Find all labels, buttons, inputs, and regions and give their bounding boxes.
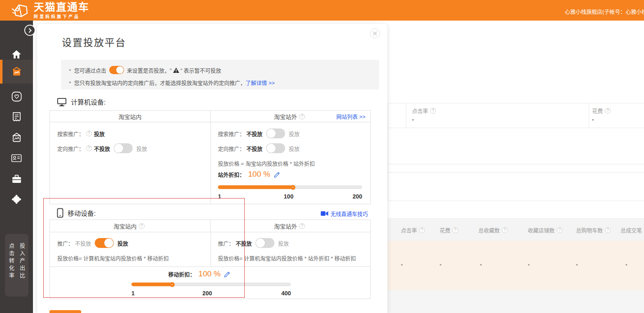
sidebar-item-campaign-active[interactable]: [0, 60, 33, 84]
help-icon[interactable]: ?: [86, 131, 92, 136]
pc-outside-search-toggle[interactable]: [266, 128, 285, 138]
cell-value: -: [480, 262, 482, 268]
train-logo-icon: [11, 3, 30, 19]
mobile-inside-promo-toggle[interactable]: [95, 238, 114, 248]
table-row[interactable]: - - - - - -: [388, 241, 644, 290]
stat-label-text: 花费: [592, 107, 603, 114]
mobile-discount-slider[interactable]: [131, 283, 291, 286]
sidebar-item-contacts[interactable]: [0, 150, 33, 166]
pc-inside-target-toggle[interactable]: [114, 143, 133, 153]
pc-inside-search-row: 搜索推广： ? 投放: [57, 128, 105, 139]
row-label: 推广：: [218, 239, 234, 247]
account-name[interactable]: 心雅小栈旗舰店(子帐号：心雅小栈: [565, 7, 644, 15]
discount-value: 100 %: [199, 269, 221, 278]
wireless-tips-link-text[interactable]: 无线直通车技巧: [330, 210, 368, 217]
toggle-knob[interactable]: [256, 238, 265, 248]
help-icon[interactable]: ?: [299, 223, 305, 229]
sidebar-item-assistant[interactable]: [0, 191, 33, 208]
mobile-placement-table: 淘宝站内 ? 淘宝站外 ? 推广： 不投放 投放 投放价格= 计算机淘宝站内投放…: [49, 220, 371, 299]
discount-label: 移动折扣：: [169, 270, 195, 278]
learn-more-link[interactable]: 了解详情 >>: [246, 79, 275, 86]
state-on: 投放: [289, 145, 300, 152]
pc-outside-discount-row: 站外折扣： 100 %: [218, 169, 281, 180]
sidebar-item-reports[interactable]: [0, 109, 33, 125]
state-on: 投放: [94, 130, 105, 138]
person-icon: [11, 194, 22, 204]
table-header-row: 点击率? 花费? 总收藏数? 收藏店铺数? 总购物车数? 总成交笔?: [388, 218, 644, 241]
video-camera-icon: [321, 211, 328, 216]
pc-outside-target-toggle[interactable]: [266, 143, 285, 153]
slider-mid-label: 200: [202, 290, 212, 297]
sidebar-expand-button[interactable]: [24, 25, 35, 36]
mobile-section-header: 移动设备:: [57, 208, 96, 218]
tip-text: " 表示暂不可投放: [180, 66, 221, 74]
stat-click-rate-value: -: [412, 117, 414, 123]
stat-cost-value: -: [592, 117, 594, 123]
save-button[interactable]: [49, 310, 81, 313]
pc-outside-price-formula: 投放价格 = 淘宝站内投放价格 * 站外折扣: [218, 159, 315, 167]
section-title: 计算机设备:: [71, 97, 105, 107]
metric-click-conversion: 点击转化率: [7, 243, 15, 297]
slider-max-label: 400: [281, 290, 291, 297]
column-header: 总收藏数: [478, 226, 500, 234]
id-card-icon: [11, 154, 22, 162]
column-header: 花费: [440, 226, 450, 234]
mobile-phone-icon: [57, 208, 63, 218]
toggle-knob[interactable]: [114, 144, 123, 153]
help-icon[interactable]: ?: [430, 108, 436, 114]
help-icon[interactable]: ?: [139, 223, 145, 229]
mobile-outside-promo-row: 推广： 不投放 投放: [218, 238, 289, 248]
sidebar-item-tools[interactable]: [0, 171, 33, 187]
tip-text: 您可通过点击: [74, 66, 106, 74]
cell-value: -: [440, 262, 441, 268]
discount-label: 站外折扣：: [218, 171, 245, 178]
site-list-link[interactable]: 网站列表 >>: [336, 112, 365, 120]
help-icon[interactable]: ?: [419, 227, 425, 233]
column-title: 淘宝站外: [274, 222, 297, 230]
wireless-tips-link[interactable]: 无线直通车技巧: [321, 210, 368, 217]
computer-section-header: 计算机设备:: [57, 97, 105, 107]
slider-knob[interactable]: [290, 185, 295, 190]
home-icon: [12, 50, 21, 59]
bullet-icon: [69, 69, 71, 71]
mobile-inside-price-formula: 投放价格= 计算机淘宝站内投放价格 * 移动折扣: [57, 254, 169, 262]
sidebar-item-creative[interactable]: [0, 129, 33, 146]
heart-badge-icon: [12, 91, 22, 102]
app-title: 天猫直通车: [34, 2, 89, 13]
mobile-outside-price-formula: 投放价格= 计算机淘宝站内投放价格 * 站外折扣 * 移动折扣: [218, 254, 356, 262]
cell-value: -: [576, 262, 578, 268]
toggle-knob[interactable]: [267, 144, 276, 153]
cell-value: -: [401, 262, 403, 268]
outside-discount-slider[interactable]: [218, 185, 362, 189]
slider-knob[interactable]: [170, 282, 175, 287]
sidebar-item-favorites[interactable]: [0, 88, 33, 105]
tip-text: 您只有投放淘宝站内的定向推广后，才能选择投放淘宝站外的定向推广，: [74, 79, 246, 86]
edit-pencil-icon[interactable]: [274, 171, 281, 178]
toggle-knob[interactable]: [267, 129, 276, 138]
sidebar-metrics-panel[interactable]: 点击转化率 投入产出比: [5, 234, 28, 297]
metric-roi: 投入产出比: [18, 243, 26, 297]
close-icon[interactable]: [370, 28, 380, 38]
discount-value: 100 %: [248, 170, 270, 179]
help-icon[interactable]: ?: [299, 114, 305, 119]
edit-pencil-icon[interactable]: [224, 271, 231, 278]
state-off: 不投放: [94, 145, 110, 152]
help-icon[interactable]: ?: [502, 227, 508, 233]
computer-icon: [57, 98, 67, 106]
tip-line-2: 您只有投放淘宝站内的定向推广后，才能选择投放淘宝站外的定向推广， 了解详情 >>: [69, 77, 275, 88]
help-icon[interactable]: ?: [86, 145, 92, 151]
pc-outside-target-row: 定向推广： 不投放 投放: [218, 143, 300, 154]
logo[interactable]: 天猫直通车 阿里妈妈旗下产品: [11, 2, 89, 19]
help-icon[interactable]: ?: [452, 227, 458, 233]
help-icon[interactable]: ?: [605, 227, 611, 233]
help-icon[interactable]: ?: [605, 108, 611, 114]
chevron-right-icon: [27, 28, 31, 33]
example-toggle: [109, 66, 124, 74]
state-off: 不投放: [236, 239, 252, 247]
help-icon[interactable]: ?: [557, 227, 562, 233]
section-title: 移动设备:: [68, 208, 96, 218]
row-label: 搜索推广：: [57, 130, 84, 138]
toggle-knob[interactable]: [104, 238, 113, 248]
tip-text: 来设置是否投放，": [127, 66, 172, 74]
mobile-outside-promo-toggle[interactable]: [255, 238, 274, 248]
